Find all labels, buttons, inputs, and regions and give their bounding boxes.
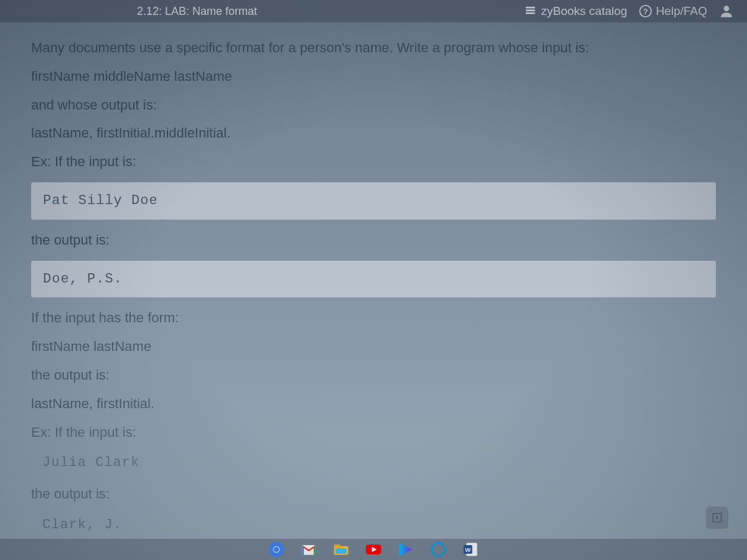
example-output-block: Clark, J. <box>31 512 716 538</box>
instructions-line: firstName middleName lastName <box>31 63 716 90</box>
taskbar-youtube-icon[interactable] <box>364 539 383 559</box>
svg-text:W: W <box>465 546 471 553</box>
chrome-icon <box>268 541 285 558</box>
instructions-line: firstName lastName <box>31 334 716 360</box>
expand-icon <box>711 511 723 524</box>
instructions-line: lastName, firstInitial. <box>31 391 716 417</box>
instructions-line: and whose output is: <box>31 92 716 118</box>
lab-content: Many documents use a specific format for… <box>0 22 747 538</box>
instructions-line: lastName, firstInitial.middleInitial. <box>31 120 716 146</box>
instructions-line: Many documents use a specific format for… <box>31 35 716 61</box>
example-output-block: Doe, P.S. <box>31 261 716 298</box>
word-icon: W <box>462 541 479 558</box>
windows-taskbar: W <box>0 539 747 560</box>
youtube-icon <box>365 541 382 558</box>
cortana-icon <box>430 541 447 558</box>
instructions-line: the output is: <box>31 227 716 253</box>
expand-icon-button[interactable] <box>706 506 728 529</box>
catalog-link[interactable]: zyBooks catalog <box>524 4 627 18</box>
file-explorer-icon <box>332 541 350 558</box>
svg-rect-9 <box>334 544 341 548</box>
instructions-line: If the input has the form: <box>31 305 716 331</box>
instructions-line: Ex: If the input is: <box>31 149 716 175</box>
catalog-label: zyBooks catalog <box>541 4 627 18</box>
help-link[interactable]: ? Help/FAQ <box>639 4 707 18</box>
catalog-icon <box>524 4 537 18</box>
taskbar-word-icon[interactable]: W <box>461 539 481 559</box>
page-title: 2.12: LAB: Name format <box>137 5 257 18</box>
instructions-line: the output is: <box>31 481 716 507</box>
taskbar-chrome-icon[interactable] <box>266 539 286 559</box>
instructions-line: the output is: <box>31 362 716 388</box>
help-label: Help/FAQ <box>656 4 707 18</box>
instructions-line: Ex: If the input is: <box>31 419 716 446</box>
svg-point-12 <box>432 543 445 556</box>
example-input-block: Julia Clark <box>31 450 716 476</box>
header-right: zyBooks catalog ? Help/FAQ <box>524 3 735 19</box>
taskbar-cortana-icon[interactable] <box>428 539 448 559</box>
gmail-icon <box>300 541 317 558</box>
taskbar-video-icon[interactable] <box>396 539 416 559</box>
example-input-block: Pat Silly Doe <box>31 182 716 220</box>
svg-point-2 <box>724 6 730 11</box>
svg-text:?: ? <box>643 7 648 16</box>
taskbar-gmail-icon[interactable] <box>299 539 319 559</box>
svg-rect-10 <box>336 548 347 554</box>
user-avatar-icon[interactable] <box>718 3 735 19</box>
svg-point-6 <box>274 547 280 553</box>
taskbar-file-explorer-icon[interactable] <box>331 539 351 559</box>
header-bar: 2.12: LAB: Name format zyBooks catalog ?… <box>0 0 747 22</box>
video-icon <box>397 541 415 558</box>
help-icon: ? <box>639 4 652 18</box>
